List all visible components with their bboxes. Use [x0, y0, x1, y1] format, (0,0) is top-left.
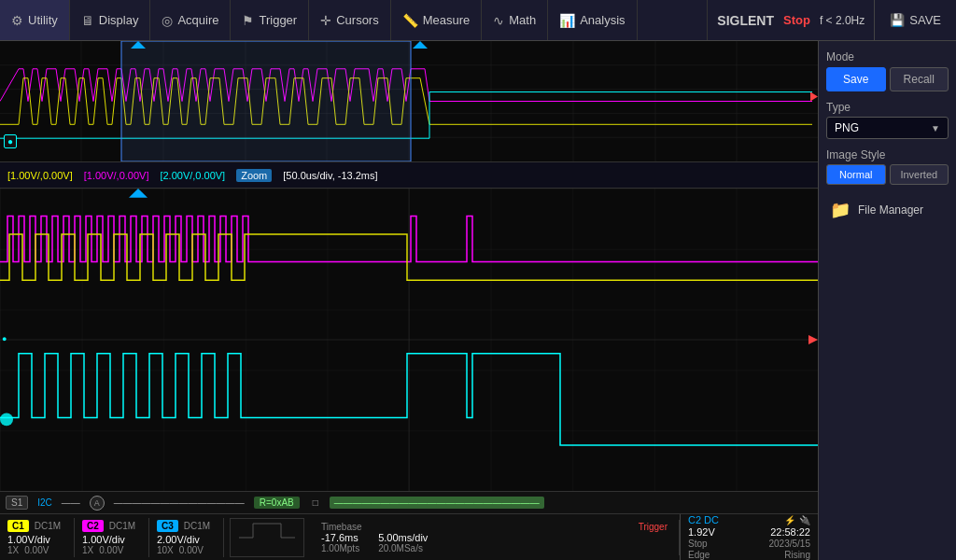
mode-section: Mode Save Recall	[826, 50, 949, 91]
type-select[interactable]: PNG ▼	[826, 117, 949, 139]
ch3-info: [2.00V/,0.00V]	[160, 170, 225, 181]
image-style-label: Image Style	[826, 148, 949, 161]
menu-utility[interactable]: ⚙ Utility	[0, 0, 70, 40]
acquire-icon: ◎	[162, 13, 173, 28]
menu-display[interactable]: 🖥 Display	[70, 0, 151, 40]
right-panel: Mode Save Recall Type PNG ▼ Image Style …	[818, 41, 956, 560]
file-manager-row[interactable]: 📁 File Manager	[826, 194, 949, 226]
ch1-offset: 0.00V	[24, 545, 49, 555]
menu-trigger[interactable]: ⚑ Trigger	[231, 0, 309, 40]
svg-rect-16	[121, 41, 411, 161]
type-dropdown-icon: ▼	[931, 123, 940, 133]
channel-info-area: C1 DC1M 1.00V/div 1X 0.00V C2 DC1M	[0, 514, 680, 560]
normal-button[interactable]: Normal	[826, 164, 886, 185]
svg-marker-18	[413, 41, 428, 49]
ch3-indicator-overview: ●	[4, 134, 17, 148]
ch1-probe: 1X	[7, 545, 19, 555]
decode-bar: S1 I2C —— A —————————————— R=0xAB □ ————…	[0, 491, 818, 513]
scope-display: ● [1.00V/,0.00V] [1.00V/,0.00V] [2.00V/,…	[0, 41, 818, 560]
recall-button[interactable]: Recall	[890, 67, 949, 91]
type-label: Type	[826, 101, 949, 114]
mode-button-row: Save Recall	[826, 67, 949, 91]
menu-cursors[interactable]: ✛ Cursors	[309, 0, 391, 40]
ch1-block: C1 DC1M 1.00V/div 1X 0.00V	[0, 518, 75, 557]
ch3-block: C3 DC1M 2.00V/div 10X 0.00V	[149, 518, 224, 557]
type-value: PNG	[835, 121, 859, 134]
menu-analysis[interactable]: 📊 Analysis	[548, 0, 637, 40]
overview-canvas	[0, 41, 818, 161]
zoom-value: [50.0us/div, -13.2ms]	[283, 170, 377, 181]
bottom-strip: C1 DC1M 1.00V/div 1X 0.00V C2 DC1M	[0, 513, 818, 560]
trigger-slope: Rising	[784, 550, 810, 560]
trigger-channel: C2 DC	[688, 514, 719, 525]
usb-icon: ⚡	[784, 515, 795, 525]
clock-time: 22:58:22	[770, 526, 810, 538]
ch1-info: [1.00V/,0.00V]	[7, 170, 73, 181]
trigger-level: 1.92V	[688, 526, 715, 538]
menu-measure[interactable]: 📏 Measure	[391, 0, 483, 40]
s1-badge: S1	[6, 496, 28, 510]
ch2-info: [1.00V/,0.00V]	[84, 170, 149, 181]
trigger-title: Trigger	[639, 522, 668, 532]
frequency-display: f < 2.0Hz	[820, 14, 865, 27]
image-style-row: Normal Inverted	[826, 164, 949, 185]
type-section: Type PNG ▼	[826, 101, 949, 139]
ch3-coupling: DC1M	[184, 521, 210, 531]
stop-button[interactable]: Stop	[783, 13, 810, 27]
ch1-coupling: DC1M	[35, 521, 61, 531]
timebase-block: Timebase Trigger -17.6ms 1.00Mpts 5.00ms…	[310, 520, 680, 555]
decode-data-value: R=0xAB	[254, 497, 300, 509]
ch2-block: C2 DC1M 1.00V/div 1X 0.00V	[75, 518, 149, 557]
ch2-coupling: DC1M	[109, 521, 135, 531]
main-area: ● [1.00V/,0.00V] [1.00V/,0.00V] [2.00V/,…	[0, 41, 956, 560]
siglent-header: SIGLENT Stop f < 2.0Hz	[707, 0, 874, 40]
menu-math[interactable]: ∿ Math	[482, 0, 548, 40]
menu-acquire[interactable]: ◎ Acquire	[150, 0, 231, 40]
decode-circle-a: A	[90, 496, 105, 511]
protocol-label: I2C	[37, 497, 52, 508]
clock-date: 2023/5/15	[769, 539, 811, 549]
brand-label: SIGLENT	[717, 13, 774, 28]
ch3-offset: 0.00V	[179, 545, 204, 555]
trigger-channel-row: C2 DC ⚡ 🔌	[688, 514, 810, 525]
ref-waveform-icon	[234, 519, 300, 556]
math-icon: ∿	[493, 13, 504, 28]
save-top-button[interactable]: 💾 SAVE	[874, 0, 956, 40]
ch3-badge: C3	[157, 520, 178, 532]
ch2-probe: 1X	[82, 545, 93, 555]
ch1-volts-div: 1.00V/div	[7, 534, 50, 545]
save-button[interactable]: Save	[826, 67, 886, 91]
timebase-time: -17.6ms	[321, 532, 359, 543]
mode-label: Mode	[826, 50, 949, 63]
ch2-volts-div: 1.00V/div	[82, 534, 125, 545]
save-disk-icon: 💾	[890, 13, 905, 27]
ref-area	[230, 518, 304, 557]
usb-area: ⚡ 🔌	[784, 515, 810, 525]
bottom-right-status: C2 DC ⚡ 🔌 1.92V 22:58:22 Stop 2023/5/15 …	[680, 514, 818, 560]
info-bar: [1.00V/,0.00V] [1.00V/,0.00V] [2.00V/,0.…	[0, 162, 818, 189]
ch2-badge: C2	[82, 520, 104, 532]
zoom-label: Zoom	[236, 169, 272, 182]
trigger-mode-row: Stop 2023/5/15	[688, 539, 810, 549]
analysis-icon: 📊	[559, 13, 575, 28]
overview-area: ●	[0, 41, 818, 162]
menu-bar: ⚙ Utility 🖥 Display ◎ Acquire ⚑ Trigger …	[0, 0, 956, 41]
ch3-probe: 10X	[157, 545, 174, 555]
trigger-level-row: 1.92V 22:58:22	[688, 526, 810, 538]
zoom-canvas	[0, 189, 818, 491]
svg-rect-25	[0, 413, 13, 427]
image-style-section: Image Style Normal Inverted	[826, 148, 949, 185]
timebase-mem: 1.00Mpts	[321, 543, 359, 553]
folder-icon: 📁	[830, 200, 851, 220]
display-icon: 🖥	[81, 13, 94, 28]
trigger-type: Edge	[688, 550, 710, 560]
ch3-zoom-indicator: ●	[2, 334, 7, 343]
file-manager-label: File Manager	[858, 203, 923, 217]
timebase-div: 5.00ms/div	[378, 532, 428, 543]
timebase-sa: 20.0MSa/s	[378, 543, 428, 553]
trigger-type-row: Edge Rising	[688, 550, 810, 560]
ch3-volts-div: 2.00V/div	[157, 534, 200, 545]
ch2-offset: 0.00V	[99, 545, 123, 555]
network-icon: 🔌	[799, 515, 810, 525]
inverted-button[interactable]: Inverted	[890, 164, 949, 185]
